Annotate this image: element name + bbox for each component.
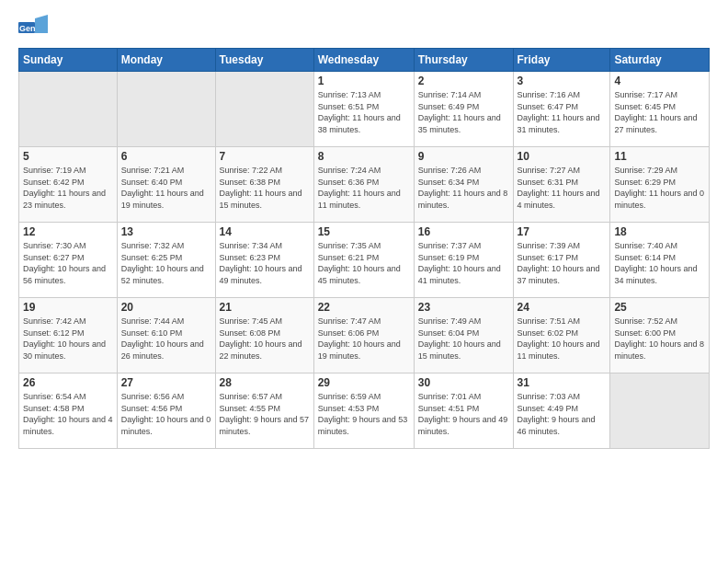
day-cell: 13Sunrise: 7:32 AMSunset: 6:25 PMDayligh…: [117, 223, 215, 298]
day-number: 27: [121, 376, 211, 389]
day-cell: 5Sunrise: 7:19 AMSunset: 6:42 PMDaylight…: [19, 147, 118, 223]
weekday-wednesday: Wednesday: [313, 49, 414, 72]
weekday-header-row: SundayMondayTuesdayWednesdayThursdayFrid…: [19, 49, 710, 72]
calendar-table: SundayMondayTuesdayWednesdayThursdayFrid…: [18, 48, 710, 449]
day-cell: 9Sunrise: 7:26 AMSunset: 6:34 PMDaylight…: [414, 147, 513, 223]
weekday-monday: Monday: [117, 49, 215, 72]
day-number: 8: [318, 150, 410, 163]
weekday-thursday: Thursday: [414, 49, 513, 72]
day-cell: 14Sunrise: 7:34 AMSunset: 6:23 PMDayligh…: [215, 223, 313, 298]
day-cell: 1Sunrise: 7:13 AMSunset: 6:51 PMDaylight…: [313, 72, 414, 147]
day-cell: 3Sunrise: 7:16 AMSunset: 6:47 PMDaylight…: [513, 72, 610, 147]
day-info: Sunrise: 7:03 AMSunset: 4:49 PMDaylight:…: [518, 391, 607, 437]
day-info: Sunrise: 7:30 AMSunset: 6:27 PMDaylight:…: [23, 240, 113, 286]
week-row-1: 1Sunrise: 7:13 AMSunset: 6:51 PMDaylight…: [19, 72, 710, 147]
day-cell: 25Sunrise: 7:52 AMSunset: 6:00 PMDayligh…: [610, 298, 710, 373]
day-cell: 29Sunrise: 6:59 AMSunset: 4:53 PMDayligh…: [313, 373, 414, 449]
day-cell: 18Sunrise: 7:40 AMSunset: 6:14 PMDayligh…: [610, 223, 710, 298]
calendar-container: Gen SundayMondayTuesdayWednesdayThursday…: [0, 0, 728, 458]
weekday-tuesday: Tuesday: [215, 49, 313, 72]
day-info: Sunrise: 7:34 AMSunset: 6:23 PMDaylight:…: [220, 240, 310, 286]
day-number: 30: [418, 376, 509, 389]
header: Gen: [18, 15, 710, 40]
day-number: 31: [518, 376, 607, 389]
day-info: Sunrise: 6:54 AMSunset: 4:58 PMDaylight:…: [23, 391, 113, 437]
calendar-body: 1Sunrise: 7:13 AMSunset: 6:51 PMDaylight…: [19, 72, 710, 449]
day-number: 2: [418, 75, 509, 87]
day-info: Sunrise: 7:51 AMSunset: 6:02 PMDaylight:…: [518, 316, 607, 362]
day-info: Sunrise: 7:26 AMSunset: 6:34 PMDaylight:…: [418, 165, 509, 211]
week-row-4: 19Sunrise: 7:42 AMSunset: 6:12 PMDayligh…: [19, 298, 710, 373]
week-row-2: 5Sunrise: 7:19 AMSunset: 6:42 PMDaylight…: [19, 147, 710, 223]
day-info: Sunrise: 7:32 AMSunset: 6:25 PMDaylight:…: [121, 240, 211, 286]
day-info: Sunrise: 7:19 AMSunset: 6:42 PMDaylight:…: [23, 165, 113, 211]
day-info: Sunrise: 7:49 AMSunset: 6:04 PMDaylight:…: [418, 316, 509, 362]
day-cell: 19Sunrise: 7:42 AMSunset: 6:12 PMDayligh…: [19, 298, 118, 373]
day-number: 20: [121, 301, 211, 314]
day-number: 4: [614, 75, 705, 87]
day-cell: 30Sunrise: 7:01 AMSunset: 4:51 PMDayligh…: [414, 373, 513, 449]
day-cell: 2Sunrise: 7:14 AMSunset: 6:49 PMDaylight…: [414, 72, 513, 147]
day-info: Sunrise: 7:47 AMSunset: 6:06 PMDaylight:…: [318, 316, 410, 362]
day-info: Sunrise: 7:39 AMSunset: 6:17 PMDaylight:…: [518, 240, 607, 286]
day-number: 23: [418, 301, 509, 314]
day-cell: [19, 72, 118, 147]
day-number: 21: [220, 301, 310, 314]
day-number: 22: [318, 301, 410, 314]
day-cell: 11Sunrise: 7:29 AMSunset: 6:29 PMDayligh…: [610, 147, 710, 223]
day-number: 10: [518, 150, 607, 163]
day-cell: 27Sunrise: 6:56 AMSunset: 4:56 PMDayligh…: [117, 373, 215, 449]
day-cell: 21Sunrise: 7:45 AMSunset: 6:08 PMDayligh…: [215, 298, 313, 373]
day-number: 15: [318, 225, 410, 238]
day-info: Sunrise: 7:44 AMSunset: 6:10 PMDaylight:…: [121, 316, 211, 362]
day-info: Sunrise: 7:24 AMSunset: 6:36 PMDaylight:…: [318, 165, 410, 211]
day-number: 3: [518, 75, 607, 87]
day-number: 17: [518, 225, 607, 238]
day-cell: [610, 373, 710, 449]
day-info: Sunrise: 7:22 AMSunset: 6:38 PMDaylight:…: [220, 165, 310, 211]
day-number: 14: [220, 225, 310, 238]
day-cell: 6Sunrise: 7:21 AMSunset: 6:40 PMDaylight…: [117, 147, 215, 223]
day-number: 12: [23, 225, 113, 238]
day-cell: 23Sunrise: 7:49 AMSunset: 6:04 PMDayligh…: [414, 298, 513, 373]
day-info: Sunrise: 6:59 AMSunset: 4:53 PMDaylight:…: [318, 391, 410, 437]
day-cell: 15Sunrise: 7:35 AMSunset: 6:21 PMDayligh…: [313, 223, 414, 298]
day-number: 24: [518, 301, 607, 314]
day-cell: 28Sunrise: 6:57 AMSunset: 4:55 PMDayligh…: [215, 373, 313, 449]
day-cell: 12Sunrise: 7:30 AMSunset: 6:27 PMDayligh…: [19, 223, 118, 298]
day-info: Sunrise: 7:40 AMSunset: 6:14 PMDaylight:…: [614, 240, 705, 286]
day-info: Sunrise: 6:57 AMSunset: 4:55 PMDaylight:…: [220, 391, 310, 437]
day-info: Sunrise: 7:42 AMSunset: 6:12 PMDaylight:…: [23, 316, 113, 362]
logo: Gen: [18, 15, 50, 40]
day-cell: 20Sunrise: 7:44 AMSunset: 6:10 PMDayligh…: [117, 298, 215, 373]
day-number: 13: [121, 225, 211, 238]
day-number: 5: [23, 150, 113, 163]
day-info: Sunrise: 7:52 AMSunset: 6:00 PMDaylight:…: [614, 316, 705, 362]
day-info: Sunrise: 7:29 AMSunset: 6:29 PMDaylight:…: [614, 165, 705, 211]
day-info: Sunrise: 7:13 AMSunset: 6:51 PMDaylight:…: [318, 89, 410, 135]
day-cell: 7Sunrise: 7:22 AMSunset: 6:38 PMDaylight…: [215, 147, 313, 223]
weekday-friday: Friday: [513, 49, 610, 72]
day-cell: 31Sunrise: 7:03 AMSunset: 4:49 PMDayligh…: [513, 373, 610, 449]
day-cell: 17Sunrise: 7:39 AMSunset: 6:17 PMDayligh…: [513, 223, 610, 298]
day-info: Sunrise: 7:14 AMSunset: 6:49 PMDaylight:…: [418, 89, 509, 135]
day-number: 9: [418, 150, 509, 163]
day-cell: 16Sunrise: 7:37 AMSunset: 6:19 PMDayligh…: [414, 223, 513, 298]
svg-text:Gen: Gen: [19, 24, 36, 33]
day-number: 16: [418, 225, 509, 238]
day-cell: 26Sunrise: 6:54 AMSunset: 4:58 PMDayligh…: [19, 373, 118, 449]
svg-marker-2: [35, 15, 48, 33]
day-number: 6: [121, 150, 211, 163]
weekday-sunday: Sunday: [19, 49, 118, 72]
day-number: 18: [614, 225, 705, 238]
day-info: Sunrise: 7:35 AMSunset: 6:21 PMDaylight:…: [318, 240, 410, 286]
day-cell: [215, 72, 313, 147]
day-cell: [117, 72, 215, 147]
day-info: Sunrise: 6:56 AMSunset: 4:56 PMDaylight:…: [121, 391, 211, 437]
day-info: Sunrise: 7:17 AMSunset: 6:45 PMDaylight:…: [614, 89, 705, 135]
weekday-saturday: Saturday: [610, 49, 710, 72]
day-cell: 8Sunrise: 7:24 AMSunset: 6:36 PMDaylight…: [313, 147, 414, 223]
day-info: Sunrise: 7:01 AMSunset: 4:51 PMDaylight:…: [418, 391, 509, 437]
day-cell: 10Sunrise: 7:27 AMSunset: 6:31 PMDayligh…: [513, 147, 610, 223]
day-number: 26: [23, 376, 113, 389]
